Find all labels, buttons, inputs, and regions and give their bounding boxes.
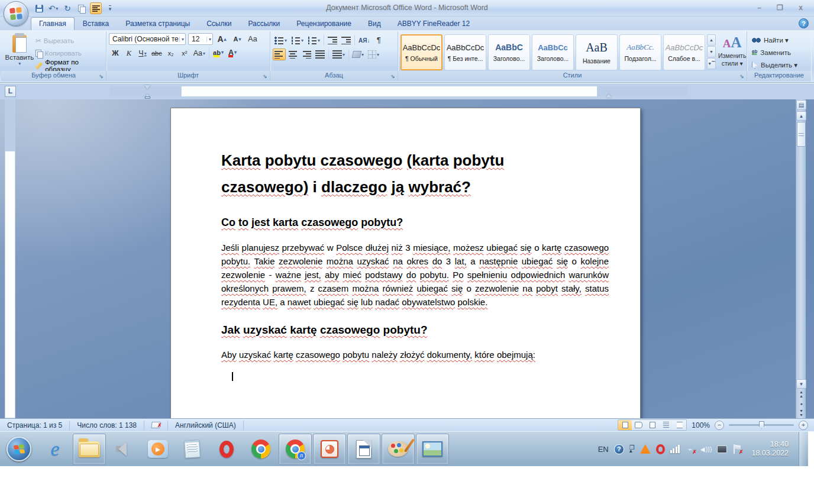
font-name-combo[interactable]: Calibri (Основной те▾ <box>109 33 186 45</box>
align-right-button[interactable] <box>300 49 313 60</box>
ribbon-tab[interactable]: Разметка страницы <box>117 17 198 30</box>
avast-tray-icon[interactable] <box>640 444 651 454</box>
clipboard-dialog-launcher[interactable] <box>98 73 105 80</box>
powerpoint-icon[interactable] <box>313 434 346 465</box>
zoom-level[interactable]: 100% <box>692 421 710 429</box>
paint-icon[interactable] <box>382 434 415 465</box>
copy-button[interactable]: Копировать <box>35 48 104 59</box>
¶ Без инте...[interactable]: AaBbCcDc ¶ Без инте... <box>444 34 486 70</box>
ribbon-tab[interactable]: Главная <box>31 17 75 30</box>
font-size-combo[interactable]: 12▾ <box>188 33 213 45</box>
change-case-button[interactable]: Aa▾ <box>192 47 207 59</box>
customize-qat-button[interactable]: ▾ <box>104 2 116 14</box>
paste-dropdown-arrow[interactable]: ▾ <box>18 61 21 66</box>
close-button[interactable]: x <box>792 2 809 13</box>
proofing-status[interactable] <box>144 421 168 430</box>
ribbon-tab[interactable]: ABBYY FineReader 12 <box>389 17 479 30</box>
font-size-dropdown-arrow[interactable]: ▾ <box>206 37 211 42</box>
show-paragraph-marks-button[interactable]: ¶ <box>372 34 385 46</box>
font-name-dropdown-arrow[interactable]: ▾ <box>179 37 184 42</box>
print-layout-view-button[interactable] <box>618 420 632 430</box>
start-button[interactable] <box>1 434 37 465</box>
outline-view-button[interactable] <box>659 420 673 430</box>
horizontal-ruler[interactable] <box>110 86 687 96</box>
chrome-profile-icon[interactable]: л <box>279 434 312 465</box>
clear-formatting-button[interactable]: Аа <box>246 33 259 45</box>
shading-button[interactable]: ▾ <box>351 49 366 60</box>
minimize-button[interactable]: – <box>751 2 768 13</box>
display-tray-icon[interactable] <box>717 445 727 453</box>
Подзагол...[interactable]: AaBbCc. Подзагол... <box>619 34 661 70</box>
styles-gallery-more[interactable]: ▼▔ <box>707 58 716 69</box>
styles-scroll-up[interactable]: ▲ <box>707 34 716 46</box>
document-app-icon[interactable] <box>347 434 380 465</box>
highlight-dropdown-arrow[interactable]: ▾ <box>221 50 224 55</box>
select-browse-object-button[interactable]: ● <box>796 399 806 408</box>
select-button[interactable]: Выделить ▾ <box>752 60 809 70</box>
scroll-up-button[interactable]: ▲ <box>796 111 806 121</box>
opera-icon[interactable] <box>210 434 243 465</box>
font-color-button[interactable]: А▾ <box>226 47 239 59</box>
help-button[interactable]: ? <box>799 18 809 28</box>
undo-button[interactable]: ↶▾ <box>47 2 59 14</box>
justify-button[interactable] <box>314 49 327 60</box>
redo-button[interactable]: ↻ <box>62 2 73 14</box>
change-styles-button[interactable]: AA Изменить стили ▾ <box>718 33 746 71</box>
change-case-dropdown-arrow[interactable]: ▾ <box>203 51 205 56</box>
ribbon-tab[interactable]: Рецензирование <box>288 17 360 30</box>
bold-button[interactable]: Ж <box>109 47 122 59</box>
format-painter-button[interactable]: Формат по образцу <box>35 60 104 71</box>
left-indent-marker[interactable] <box>145 96 150 99</box>
photo-viewer-icon[interactable] <box>416 434 449 465</box>
vertical-ruler[interactable] <box>5 99 15 418</box>
office-button[interactable] <box>4 1 28 26</box>
Заголово...[interactable]: AaBbC Заголово... <box>488 34 530 70</box>
show-hidden-icons-button[interactable]: ❐▴ <box>629 446 635 452</box>
next-page-button[interactable]: ▼▼ <box>796 408 806 418</box>
volume-icon[interactable]: ))) <box>700 445 712 453</box>
bullets-button[interactable]: ▾ <box>273 34 289 46</box>
document-list-item[interactable] <box>231 371 609 382</box>
network-signal-icon[interactable] <box>670 445 680 453</box>
windows-explorer-icon[interactable] <box>73 434 106 465</box>
zoom-in-button[interactable]: + <box>799 421 808 430</box>
find-button[interactable]: Найти ▾ <box>752 35 809 46</box>
grow-font-button[interactable]: А▴ <box>215 33 228 45</box>
chrome-icon[interactable] <box>244 434 277 465</box>
word-count[interactable]: Число слов: 1 138 <box>70 421 144 430</box>
ribbon-tab[interactable]: Рассылки <box>240 17 288 30</box>
underline-button[interactable]: Ч▾ <box>136 47 149 59</box>
help-tray-icon[interactable]: ? <box>614 444 624 454</box>
subscript-button[interactable]: x₂ <box>164 47 177 59</box>
document-heading-2[interactable]: Jak uzyskać kartę czasowego pobytu? <box>221 324 609 337</box>
tab-stop-selector[interactable]: L <box>5 86 16 97</box>
draft-view-button[interactable] <box>673 420 686 430</box>
cut-button[interactable]: ✂Вырезать <box>35 35 104 46</box>
language-tray-indicator[interactable]: EN <box>598 445 609 454</box>
power-disconnected-icon[interactable] <box>686 444 695 454</box>
increase-indent-button[interactable] <box>340 34 353 46</box>
paragraph-dialog-launcher[interactable] <box>389 73 396 80</box>
ribbon-tab[interactable]: Ссылки <box>198 17 240 30</box>
document-page[interactable]: Karta pobytu czasowego (karta pobytu cza… <box>170 108 641 418</box>
undo-dropdown-arrow[interactable]: ▾ <box>56 6 58 11</box>
styles-dialog-launcher[interactable] <box>738 73 745 80</box>
align-quick-button[interactable] <box>90 2 102 14</box>
Название[interactable]: AaB Название <box>576 34 618 70</box>
internet-explorer-icon[interactable]: e <box>38 434 72 465</box>
page-indicator[interactable]: Страница: 1 из 5 <box>0 421 70 430</box>
strikethrough-button[interactable]: abc <box>150 47 164 59</box>
Слабое в...[interactable]: AaBbCcDc Слабое в... <box>663 34 705 70</box>
right-indent-marker[interactable] <box>606 91 612 98</box>
full-screen-reading-view-button[interactable] <box>632 420 645 430</box>
decrease-indent-button[interactable] <box>326 34 339 46</box>
¶ Обычный[interactable]: AaBbCcDc ¶ Обычный <box>400 34 442 70</box>
action-center-flag-icon[interactable]: ✗ <box>732 444 741 454</box>
previous-page-button[interactable]: ▲▲ <box>796 389 806 399</box>
multilevel-list-button[interactable]: ▾ <box>306 34 322 46</box>
borders-button[interactable]: ▾ <box>366 49 381 60</box>
notepad-icon[interactable] <box>176 434 209 465</box>
scroll-down-button[interactable]: ▼ <box>796 379 806 389</box>
zoom-slider-thumb[interactable] <box>759 421 764 429</box>
align-left-button[interactable] <box>273 49 286 60</box>
